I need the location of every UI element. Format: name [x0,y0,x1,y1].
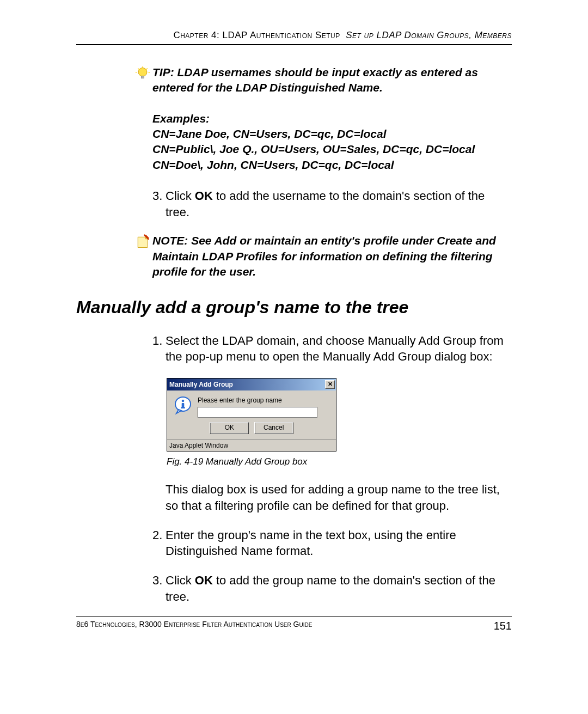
examples-label: Examples: [152,111,512,126]
note-label: NOTE [152,234,184,247]
ok-button[interactable]: OK [210,422,249,434]
tip-text: TIP: LDAP usernames should be input exac… [152,65,512,96]
step-body: Click OK to add the group name to the do… [166,572,512,605]
step-number: 3. [152,572,166,605]
step-2: 2. Enter the group's name in the text bo… [152,527,512,559]
close-icon[interactable]: ✕ [325,380,335,389]
applet-status-bar: Java Applet Window [167,440,336,451]
dialog-buttons: OK Cancel [167,422,336,440]
example-line: CN=Public\, Joe Q., OU=Users, OU=Sales, … [152,143,475,155]
info-icon [174,396,192,414]
content: TIP: LDAP usernames should be input exac… [76,45,512,605]
section-heading: Manually add a group's name to the tree [76,296,512,319]
svg-rect-5 [181,407,185,409]
note-body: : See Add or maintain an entity's profil… [152,234,496,278]
step-body: Enter the group's name in the text box, … [166,527,512,559]
step-number: 1. [152,333,166,365]
page: Chapter 4: LDAP Authentication Setup Set… [0,0,588,714]
paragraph-after-figure: This dialog box is used for adding a gro… [152,481,512,514]
dialog-prompt: Please enter the group name [198,396,329,405]
figure-caption: Fig. 4-19 Manually Add Group box [167,456,512,468]
group-name-input[interactable] [198,407,317,418]
example-line: CN=Doe\, John, CN=Users, DC=qc, DC=local [152,158,394,171]
cancel-button[interactable]: Cancel [254,422,293,434]
step-body: Click OK to add the username to the doma… [166,188,512,220]
dialog-body-right: Please enter the group name [198,396,329,418]
examples: Examples: CN=Jane Doe, CN=Users, DC=qc, … [152,111,512,173]
tip-body: : LDAP usernames should be input exactly… [152,66,478,94]
page-footer: 8e6 Technologies, R3000 Enterprise Filte… [76,616,512,632]
step-body: Select the LDAP domain, and choose Manua… [166,333,512,365]
header-section: Set up LDAP Domain Groups, Members [346,30,512,40]
example-line: CN=Jane Doe, CN=Users, DC=qc, DC=local [152,127,387,140]
svg-point-0 [138,68,147,77]
lightbulb-icon [135,66,150,81]
tip-label: TIP [152,66,170,78]
svg-point-3 [182,400,185,402]
dialog-title: Manually Add Group [169,380,233,389]
footer-text: 8e6 Technologies, R3000 Enterprise Filte… [76,620,312,632]
note-block: NOTE: See Add or maintain an entity's pr… [135,233,512,279]
dialog-figure: Manually Add Group ✕ Pleas [167,378,512,451]
page-header: Chapter 4: LDAP Authentication Setup Set… [76,30,512,45]
dialog-body: Please enter the group name [167,390,336,422]
step-number: 2. [152,527,166,559]
step-3-pre: 3. Click OK to add the username to the d… [152,188,512,220]
note-icon [135,234,150,249]
note-text: NOTE: See Add or maintain an entity's pr… [152,233,512,279]
dialog-titlebar: Manually Add Group ✕ [167,379,336,390]
step-3: 3. Click OK to add the group name to the… [152,572,512,605]
step-1: 1. Select the LDAP domain, and choose Ma… [152,333,512,365]
tip-block: TIP: LDAP usernames should be input exac… [135,65,512,96]
step-number: 3. [152,188,166,220]
header-chapter: Chapter 4: LDAP Authentication Setup [173,30,340,40]
page-number: 151 [494,620,512,632]
dialog-window: Manually Add Group ✕ Pleas [167,378,336,451]
svg-rect-1 [141,76,144,78]
